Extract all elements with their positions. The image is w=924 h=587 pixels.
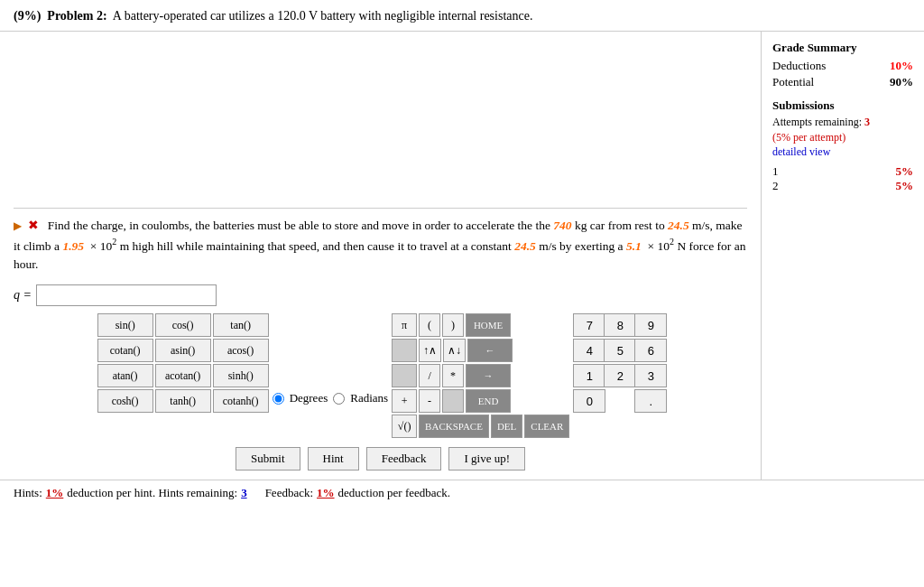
num-6[interactable]: 6 <box>634 339 667 362</box>
sin-btn[interactable]: sin() <box>97 313 153 337</box>
question-prefix: Find the charge, in coulombs, the batter… <box>48 219 532 232</box>
problem-header: (9%) Problem 2: A battery-operated car u… <box>0 0 924 32</box>
hint-button[interactable]: Hint <box>308 447 359 471</box>
problem-desc: A battery-operated car utilizes a 120.0 … <box>113 9 533 23</box>
num-0[interactable]: 0 <box>573 389 605 413</box>
x-icon: ✖ <box>28 219 39 232</box>
mass-val: 740 <box>553 219 571 232</box>
clear-btn[interactable]: CLEAR <box>524 415 569 438</box>
grade-summary-title: Grade Summary <box>772 41 913 55</box>
special-keys: π ( ) HOME ↑∧ ∧↓ ← <box>392 313 569 438</box>
submit-button[interactable]: Submit <box>236 447 300 471</box>
question-line: ▶ ✖ Find the charge, in coulombs, the ba… <box>14 216 747 274</box>
content-area: ▶ ✖ Find the charge, in coulombs, the ba… <box>0 32 924 480</box>
del-btn[interactable]: DEL <box>491 415 522 438</box>
speed1-val: 24.5 <box>668 219 689 232</box>
close-paren-btn[interactable]: ) <box>442 313 464 337</box>
cos-btn[interactable]: cos() <box>155 313 211 337</box>
hints-remaining: 3 <box>241 486 247 500</box>
left-panel: ▶ ✖ Find the charge, in coulombs, the ba… <box>0 32 762 480</box>
num-3[interactable]: 3 <box>634 364 667 387</box>
cotanh-btn[interactable]: cotanh() <box>213 389 269 413</box>
end-btn[interactable]: END <box>466 389 511 413</box>
detailed-view-link[interactable]: detailed view <box>772 145 830 158</box>
num-7[interactable]: 7 <box>573 313 605 337</box>
blank1-btn[interactable] <box>392 339 417 362</box>
sqrt-btn[interactable]: √() <box>392 415 417 438</box>
atan-btn[interactable]: atan() <box>97 364 153 387</box>
force-exp: 2 <box>670 237 674 247</box>
sub-pct-1: 5% <box>896 164 914 179</box>
num-1[interactable]: 1 <box>573 364 605 387</box>
pi-btn[interactable]: π <box>392 313 417 337</box>
attempts-value: 3 <box>864 116 870 128</box>
answer-input[interactable] <box>36 284 217 306</box>
blank2-btn[interactable] <box>392 364 417 387</box>
open-paren-btn[interactable]: ( <box>419 313 440 337</box>
cosh-btn[interactable]: cosh() <box>97 389 153 413</box>
play-icon: ▶ <box>14 219 22 232</box>
deductions-value: 10% <box>890 59 913 73</box>
deductions-row: Deductions 10% <box>772 59 913 73</box>
speed2-val: 24.5 <box>514 239 536 253</box>
radio-row: Degrees Radians <box>273 391 388 405</box>
deductions-label: Deductions <box>772 59 826 73</box>
zero-area <box>442 389 464 413</box>
feedback-text: deduction per feedback. <box>338 486 451 500</box>
num-8[interactable]: 8 <box>604 313 636 337</box>
problem-text: (9%) Problem 2: A battery-operated car u… <box>14 9 532 23</box>
minus-btn[interactable]: - <box>419 389 440 413</box>
height-exp: 2 <box>112 237 116 247</box>
num-dot[interactable]: . <box>634 389 667 413</box>
attempts-line: Attempts remaining: 3 <box>772 116 913 129</box>
sub-pct-2: 5% <box>896 179 914 193</box>
tan-btn[interactable]: tan() <box>213 313 269 337</box>
down-btn[interactable]: ∧↓ <box>443 339 466 362</box>
speed2-unit: m/s by exerting a <box>539 239 623 253</box>
num-4[interactable]: 4 <box>573 339 605 362</box>
home-btn[interactable]: HOME <box>466 313 511 337</box>
cotan-btn[interactable]: cotan() <box>97 339 153 362</box>
asin-btn[interactable]: asin() <box>155 339 211 362</box>
tanh-btn[interactable]: tanh() <box>155 389 211 413</box>
question-section: ▶ ✖ Find the charge, in coulombs, the ba… <box>14 208 747 471</box>
force-val: 5.1 <box>626 239 642 253</box>
acotan-btn[interactable]: acotan() <box>155 364 211 387</box>
mass-unit: kg car from rest to <box>575 219 665 232</box>
mult-btn[interactable]: * <box>442 364 464 387</box>
action-buttons: Submit Hint Feedback I give up! <box>236 447 525 471</box>
give-up-button[interactable]: I give up! <box>448 447 525 471</box>
backspace-btn[interactable]: BACKSPACE <box>419 415 489 438</box>
attempts-label: Attempts remaining: <box>772 116 862 128</box>
num-2[interactable]: 2 <box>604 364 636 387</box>
right-btn[interactable]: → <box>466 364 511 387</box>
hints-section: Hints: 1% deduction per hint. Hints rema… <box>14 486 247 500</box>
num-5[interactable]: 5 <box>604 339 636 362</box>
feedback-button[interactable]: Feedback <box>366 447 442 471</box>
up-btn[interactable]: ↑∧ <box>419 339 441 362</box>
sub-num-2: 2 <box>772 179 779 193</box>
feedback-label: Feedback: <box>265 486 313 500</box>
radians-radio[interactable] <box>333 393 345 405</box>
potential-label: Potential <box>772 75 814 89</box>
left-btn[interactable]: ← <box>467 339 513 362</box>
sub-row-2: 2 5% <box>772 179 913 193</box>
per-attempt: (5% per attempt) <box>772 131 913 144</box>
plus-btn[interactable]: + <box>392 389 417 413</box>
problem-num: 2 <box>97 9 103 23</box>
hints-label: Hints: <box>14 486 42 500</box>
submission-rows: 1 5% 2 5% <box>772 164 913 193</box>
sinh-btn[interactable]: sinh() <box>213 364 269 387</box>
degrees-radio[interactable] <box>273 393 284 405</box>
input-label: q = <box>14 288 32 303</box>
hints-footer: Hints: 1% deduction per hint. Hints rema… <box>0 480 924 506</box>
potential-value: 90% <box>890 75 913 89</box>
height-val: 1.95 <box>62 239 84 253</box>
div-btn[interactable]: / <box>419 364 440 387</box>
num-9[interactable]: 9 <box>634 313 667 337</box>
work-area <box>14 41 747 203</box>
number-pad: 7 8 9 4 5 6 1 2 3 0 <box>573 313 663 413</box>
acos-btn[interactable]: acos() <box>213 339 269 362</box>
degrees-label: Degrees <box>290 391 328 405</box>
hint-text: deduction per hint. Hints remaining: <box>67 486 237 500</box>
